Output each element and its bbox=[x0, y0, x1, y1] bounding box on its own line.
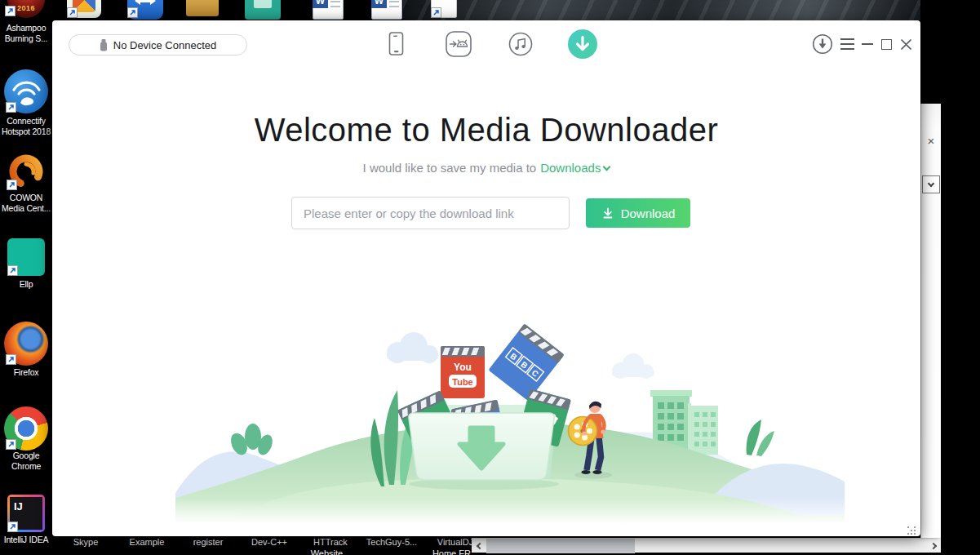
desktop-icon-label: IntelliJ IDEA bbox=[0, 535, 53, 545]
media-illustration: You Tube B B C v bbox=[175, 312, 845, 524]
chevron-down-icon bbox=[928, 180, 934, 187]
svg-text:Tube: Tube bbox=[452, 377, 472, 387]
desktop-icon-setup-shield[interactable] bbox=[67, 0, 101, 18]
device-status-text: No Device Connected bbox=[113, 39, 216, 51]
desktop-icon-label: Google Chrome bbox=[0, 451, 53, 472]
shortcut-arrow-icon bbox=[6, 439, 16, 450]
desktop-icon-connectify[interactable] bbox=[4, 69, 48, 113]
media-downloader-window: No Device Connected bbox=[52, 20, 920, 536]
desktop-icon-firefox[interactable] bbox=[4, 322, 48, 366]
desktop: W W 2016 Ashampoo Burning S... bbox=[0, 0, 980, 555]
scroll-left-button[interactable] bbox=[472, 539, 486, 553]
shortcut-arrow-icon bbox=[431, 7, 441, 18]
desktop-left-icon-column: 2016 Ashampoo Burning S... Connectify Ho… bbox=[0, 0, 52, 555]
tab-phone[interactable] bbox=[383, 30, 410, 58]
wallpaper-texture bbox=[403, 0, 920, 20]
desktop-icon-skype[interactable]: Skype bbox=[73, 537, 99, 547]
minimize-button[interactable] bbox=[862, 43, 873, 45]
close-button[interactable] bbox=[900, 38, 912, 51]
save-location-dropdown[interactable]: Downloads bbox=[540, 161, 610, 175]
page-title: Welcome to Media Downloader bbox=[52, 112, 920, 149]
word-icon: W bbox=[371, 0, 387, 8]
chevron-down-icon bbox=[603, 162, 611, 171]
desktop-icon-httrack-line2: Website... bbox=[311, 548, 351, 555]
shortcut-arrow-icon bbox=[7, 265, 18, 276]
desktop-icon-ellp[interactable] bbox=[7, 238, 45, 276]
download-manager-button[interactable] bbox=[812, 33, 833, 55]
desktop-icon-virtualdj[interactable]: VirtualDJ bbox=[437, 537, 473, 547]
shortcut-arrow-icon bbox=[5, 6, 16, 16]
youtube-clapper: You Tube bbox=[441, 346, 485, 398]
desktop-icon-label: Connectify Hotspot 2018 bbox=[0, 116, 53, 137]
shortcut-arrow-icon bbox=[67, 7, 78, 18]
folder-icon bbox=[186, 0, 219, 16]
close-icon[interactable]: × bbox=[925, 135, 938, 148]
desktop-icon-techguy[interactable]: TechGuy-5... bbox=[366, 537, 417, 547]
resize-grip[interactable] bbox=[907, 526, 919, 536]
desktop-icon-label: Firefox bbox=[0, 367, 53, 378]
background-window-edge: × bbox=[920, 104, 941, 538]
maximize-button[interactable] bbox=[881, 39, 892, 50]
desktop-icon-teal-app[interactable] bbox=[245, 0, 281, 20]
desktop-icon-teamviewer[interactable] bbox=[127, 0, 163, 20]
subtitle-text: I would like to save my media to bbox=[363, 161, 537, 175]
circled-download-icon bbox=[812, 33, 833, 55]
download-icon bbox=[601, 206, 614, 220]
desktop-icon-word-doc-1[interactable]: W bbox=[313, 0, 344, 20]
dropdown-select[interactable] bbox=[922, 175, 940, 193]
download-arrow-icon bbox=[569, 30, 596, 58]
cloud-right bbox=[612, 353, 654, 379]
desktop-icon-example[interactable]: Example bbox=[130, 537, 165, 547]
tab-download-active[interactable] bbox=[568, 29, 597, 59]
desktop-icon-devcpp[interactable]: Dev-C++ bbox=[251, 537, 287, 547]
hamburger-icon bbox=[840, 38, 854, 40]
shortcut-arrow-icon bbox=[6, 102, 16, 113]
desktop-icon-blank-file[interactable] bbox=[431, 0, 457, 18]
music-note-icon bbox=[508, 31, 534, 57]
desktop-icon-label: Ellp bbox=[0, 279, 53, 290]
scrollbar-thumb[interactable] bbox=[486, 539, 635, 553]
desktop-icon-label: COWON Media Cent... bbox=[0, 193, 53, 214]
desktop-icon-httrack[interactable]: HTTrack bbox=[313, 537, 348, 547]
download-button[interactable]: Download bbox=[586, 198, 690, 228]
android-transfer-icon bbox=[445, 30, 472, 58]
double-arrow-icon bbox=[133, 0, 157, 7]
desktop-icon-label: Ashampoo Burning S... bbox=[0, 23, 53, 44]
download-link-input[interactable] bbox=[291, 197, 570, 229]
shortcut-arrow-icon bbox=[127, 7, 138, 18]
desktop-icon-register[interactable]: register bbox=[193, 537, 224, 547]
phone-icon bbox=[387, 31, 406, 57]
leaf-right bbox=[747, 420, 774, 456]
minimize-icon bbox=[862, 43, 873, 45]
save-location-row: I would like to save my media to Downloa… bbox=[52, 161, 920, 175]
desktop-icon-word-doc-2[interactable]: W bbox=[371, 0, 402, 20]
desktop-icon-intellij[interactable]: IJ bbox=[7, 495, 45, 532]
cloud-left bbox=[387, 332, 438, 363]
scroll-right-button[interactable] bbox=[927, 539, 941, 553]
bbc-clapper: B B C bbox=[488, 324, 564, 402]
menu-button[interactable] bbox=[840, 38, 854, 50]
desktop-top-icon-row: W W bbox=[52, 0, 920, 20]
desktop-icon-chrome[interactable] bbox=[4, 406, 48, 451]
device-status-pill[interactable]: No Device Connected bbox=[69, 34, 247, 56]
svg-text:You: You bbox=[454, 362, 472, 373]
device-icon bbox=[100, 39, 108, 51]
desktop-icon-folder[interactable] bbox=[186, 0, 220, 20]
tab-android-transfer[interactable] bbox=[445, 30, 472, 58]
shortcut-arrow-icon bbox=[6, 354, 16, 365]
background-window-hscrollbar[interactable] bbox=[472, 538, 941, 553]
shortcut-arrow-icon bbox=[7, 180, 17, 190]
tab-media[interactable] bbox=[507, 30, 534, 58]
app-thumbnail bbox=[254, 0, 272, 8]
word-icon: W bbox=[313, 0, 328, 8]
desktop-icon-cowon[interactable] bbox=[7, 152, 46, 194]
close-icon bbox=[900, 38, 912, 51]
shortcut-arrow-icon bbox=[7, 522, 18, 532]
desktop-icon-ashampoo[interactable]: 2016 bbox=[7, 0, 45, 18]
